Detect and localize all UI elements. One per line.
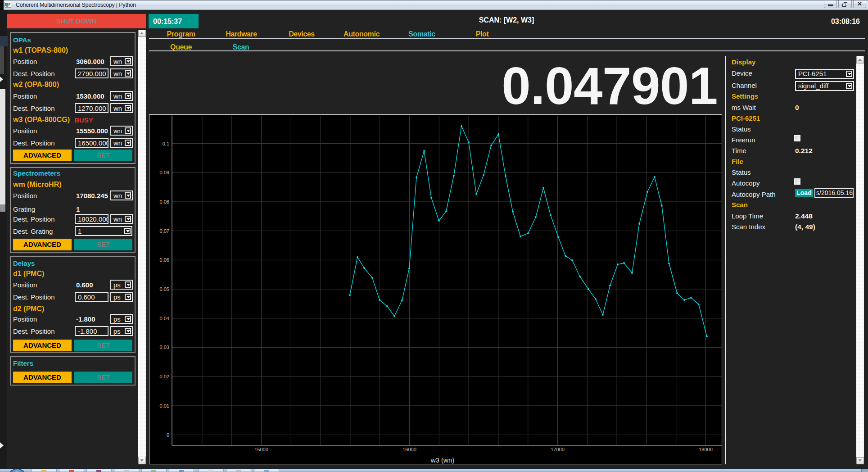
svg-text:0: 0 <box>167 432 169 438</box>
svg-text:0.06: 0.06 <box>160 257 169 263</box>
svg-text:0.05: 0.05 <box>160 286 169 292</box>
svg-text:0.09: 0.09 <box>160 170 169 175</box>
svg-text:0.03: 0.03 <box>160 345 169 350</box>
svg-text:0.07: 0.07 <box>160 228 169 234</box>
svg-text:17000: 17000 <box>551 447 565 452</box>
svg-text:w3 (wn): w3 (wn) <box>430 456 455 464</box>
svg-text:18000: 18000 <box>699 447 713 452</box>
svg-text:0.1: 0.1 <box>163 141 169 146</box>
svg-text:0.08: 0.08 <box>160 199 169 204</box>
svg-text:0.04: 0.04 <box>160 316 169 321</box>
svg-text:0.02: 0.02 <box>160 374 169 379</box>
svg-text:15000: 15000 <box>254 447 268 452</box>
svg-text:16000: 16000 <box>402 447 416 452</box>
svg-text:0.01: 0.01 <box>160 403 169 408</box>
